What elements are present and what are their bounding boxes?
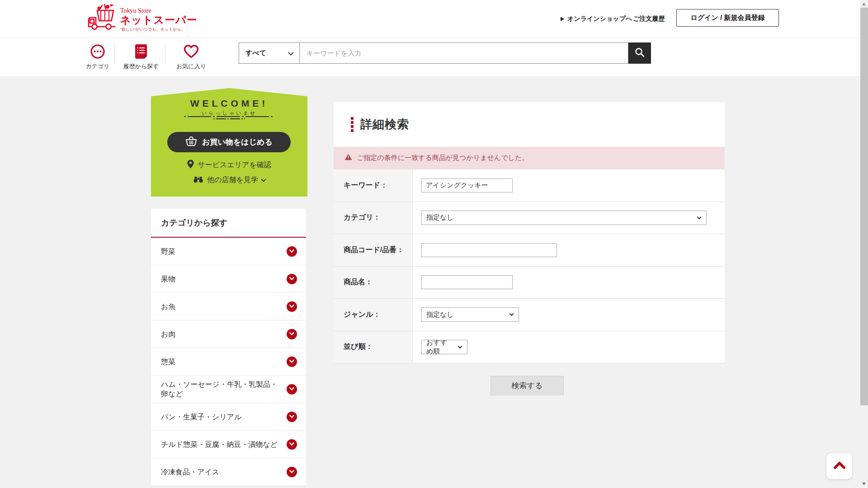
nav-item-history[interactable]: 履歴から探す	[116, 42, 166, 70]
search-submit-button[interactable]: 検索する	[491, 376, 564, 395]
service-area-link[interactable]: サービスエリアを確認	[151, 160, 307, 170]
scrollbar-thumb[interactable]	[860, 8, 868, 405]
category-row-meat[interactable]: お肉	[151, 320, 306, 348]
chevron-down-icon	[458, 344, 462, 348]
category-panel: カテゴリから探す 野菜 果物 お魚 お肉 惣菜 ハム・ソーセージ・牛乳・乳製品・…	[151, 209, 306, 486]
online-shop-link-label: オンラインショップへ	[567, 15, 632, 23]
category-row-fish[interactable]: お魚	[151, 293, 306, 320]
genre-label: ジャンル：	[334, 299, 413, 331]
category-label: 冷凍食品・アイス	[161, 467, 279, 477]
category-row-frozen[interactable]: 冷凍食品・アイス	[151, 458, 306, 486]
delivery-truck-icon	[86, 3, 118, 33]
magnifier-icon	[634, 47, 645, 59]
search-bar: すべて	[239, 42, 651, 64]
brand-logo-text: Tokyu Store ネットスーパー “欲しい”がいつでも、ネットから。	[120, 3, 198, 33]
start-shopping-button[interactable]: お買い物をはじめる	[167, 132, 291, 152]
form-row-keyword: キーワード：	[334, 169, 725, 202]
welcome-panel: WELCOME! いらっしゃいませ お買い物をはじめる	[151, 88, 307, 197]
category-label: お肉	[161, 329, 279, 339]
browser-scrollbar[interactable]	[860, 0, 868, 488]
nav-item-category[interactable]: カテゴリ	[73, 42, 123, 70]
login-register-button[interactable]: ログイン / 新規会員登録	[676, 9, 779, 27]
nav-bar: カテゴリ 履歴から探す お気に入り すべて	[0, 38, 868, 77]
chevron-down-circle-icon	[287, 357, 297, 367]
search-submit-label: 検索する	[512, 380, 543, 391]
category-label: 果物	[161, 274, 279, 284]
category-label: カテゴリ：	[334, 202, 413, 234]
ellipsis-circle-icon	[73, 42, 123, 61]
service-area-label: サービスエリアを確認	[198, 160, 271, 170]
detail-search-form: キーワード： カテゴリ： 指定なし 商品コード/品番：	[334, 169, 725, 363]
chevron-down-circle-icon	[287, 384, 297, 394]
sort-select[interactable]: おすすめ順	[421, 340, 467, 354]
other-stores-link[interactable]: 他の店舗を見学	[151, 175, 307, 185]
form-row-category: カテゴリ： 指定なし	[334, 202, 725, 235]
chevron-down-circle-icon	[287, 467, 297, 477]
online-shop-link[interactable]: オンラインショップへ	[561, 15, 632, 23]
chevron-down-circle-icon	[287, 274, 297, 284]
product-name-label: 商品名：	[334, 267, 413, 299]
chevron-down-circle-icon	[287, 329, 297, 339]
brand-logo[interactable]: Tokyu Store ネットスーパー “欲しい”がいつでも、ネットから。	[86, 3, 198, 33]
dashed-bar-icon	[351, 117, 354, 132]
triangle-right-icon	[561, 17, 564, 21]
product-name-input[interactable]	[421, 275, 513, 289]
map-pin-icon	[187, 160, 194, 170]
category-label: ハム・ソーセージ・牛乳・乳製品・卵など	[161, 380, 279, 399]
warning-triangle-icon	[344, 154, 352, 162]
chevron-up-icon	[833, 461, 846, 472]
page-body: WELCOME! いらっしゃいませ お買い物をはじめる	[0, 77, 868, 488]
no-results-alert: ご指定の条件に一致する商品が見つかりませんでした。	[334, 147, 725, 169]
category-row-fruits[interactable]: 果物	[151, 265, 306, 293]
decorative-divider	[184, 116, 274, 117]
form-row-sort: 並び順： おすすめ順	[334, 331, 725, 364]
start-shopping-label: お買い物をはじめる	[202, 137, 273, 147]
detail-search-header: 詳細検索	[334, 102, 725, 147]
genre-select-value: 指定なし	[426, 310, 454, 319]
binoculars-icon	[193, 176, 203, 185]
genre-select[interactable]: 指定なし	[421, 307, 519, 322]
heart-icon	[166, 42, 216, 61]
nav-item-favorites[interactable]: お気に入り	[166, 42, 216, 70]
scrollbar-up-arrow-icon[interactable]	[862, 3, 866, 5]
category-row-vegetables[interactable]: 野菜	[151, 238, 306, 265]
category-label: お魚	[161, 302, 279, 311]
category-label: パン・生菓子・シリアル	[161, 412, 279, 422]
search-scope-select[interactable]: すべて	[239, 42, 300, 64]
brand-tagline: “欲しい”がいつでも、ネットから。	[120, 27, 198, 33]
scroll-to-top-button[interactable]	[826, 453, 852, 479]
category-select[interactable]: 指定なし	[421, 211, 707, 225]
detail-search-title: 詳細検索	[360, 117, 409, 132]
decorative-divider	[213, 118, 245, 119]
brand-service-name: ネットスーパー	[120, 14, 198, 26]
search-scope-value: すべて	[245, 49, 266, 57]
category-row-deli[interactable]: 惣菜	[151, 348, 306, 375]
scrollbar-down-arrow-icon[interactable]	[862, 483, 866, 485]
category-label: チルド惣菜・豆腐・納豆・漬物など	[161, 440, 279, 449]
nav-history-label: 履歴から探す	[116, 62, 166, 70]
brand-store-name: Tokyu Store	[120, 7, 198, 14]
top-header: Tokyu Store ネットスーパー “欲しい”がいつでも、ネットから。 オン…	[0, 0, 868, 38]
nav-category-label: カテゴリ	[73, 62, 123, 70]
product-code-input[interactable]	[421, 243, 557, 257]
chevron-down-icon	[261, 177, 266, 182]
search-button[interactable]	[628, 42, 651, 64]
welcome-title: WELCOME!	[151, 98, 307, 109]
category-row-chilled[interactable]: チルド惣菜・豆腐・納豆・漬物など	[151, 431, 306, 458]
category-row-ham-dairy[interactable]: ハム・ソーセージ・牛乳・乳製品・卵など	[151, 375, 306, 403]
history-list-icon	[116, 42, 166, 61]
chevron-down-circle-icon	[287, 439, 297, 450]
search-input[interactable]	[300, 42, 628, 64]
sort-select-value: おすすめ順	[426, 338, 453, 356]
category-select-value: 指定なし	[426, 213, 454, 222]
detail-search-card: 詳細検索 ご指定の条件に一致する商品が見つかりませんでした。 キーワード： カテ…	[334, 102, 725, 363]
nav-divider	[165, 44, 165, 65]
form-row-product-code: 商品コード/品番：	[334, 234, 725, 267]
category-label: 惣菜	[161, 357, 279, 366]
keyword-input[interactable]	[421, 178, 513, 192]
chevron-down-circle-icon	[287, 301, 297, 312]
product-code-label: 商品コード/品番：	[334, 234, 413, 266]
chevron-down-icon	[697, 215, 702, 219]
order-history-link[interactable]: ご注文履歴	[633, 15, 665, 23]
category-row-bread[interactable]: パン・生菓子・シリアル	[151, 403, 306, 431]
